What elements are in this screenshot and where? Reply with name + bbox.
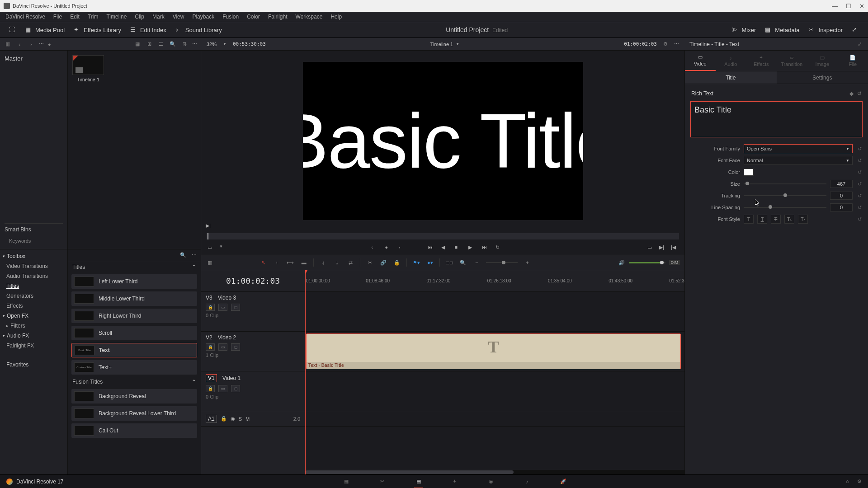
- cat-generators[interactable]: Generators: [0, 291, 67, 301]
- master-bin[interactable]: Master: [5, 53, 63, 64]
- loop-icon[interactable]: ↻: [495, 244, 503, 252]
- auto-select-icon[interactable]: ▭: [218, 304, 227, 311]
- marker-icon[interactable]: ●▾: [426, 258, 434, 267]
- color-page-icon[interactable]: ◉: [486, 478, 495, 486]
- flag-icon[interactable]: ⚑▾: [412, 258, 420, 267]
- openfx-header[interactable]: ▾Open FX: [0, 311, 67, 321]
- trim-tool-icon[interactable]: ⫞: [273, 258, 281, 267]
- reset-icon[interactable]: ↺: [856, 193, 863, 199]
- media-page-icon[interactable]: ▦: [342, 478, 351, 486]
- keyframe-icon[interactable]: ◆: [849, 90, 854, 97]
- chevron-down-icon[interactable]: ▼: [219, 244, 226, 252]
- track-lane-a1[interactable]: [305, 411, 684, 427]
- title-clip[interactable]: T Text - Basic Title: [306, 333, 681, 369]
- blade-tool-icon[interactable]: ▬: [300, 258, 308, 267]
- track-header-v2[interactable]: V2Video 2 🔒▭◻ 1 Clip: [201, 332, 305, 371]
- tab-audio[interactable]: ♪Audio: [716, 51, 746, 71]
- search-icon[interactable]: 🔍: [169, 40, 177, 48]
- snap-icon[interactable]: ⊏⊐: [445, 258, 453, 267]
- timeline-ruler[interactable]: 01:00:00:00 01:08:46:00 01:17:32:00 01:2…: [305, 270, 684, 292]
- reset-icon[interactable]: ↺: [856, 205, 863, 211]
- prev-edit-icon[interactable]: ‹: [372, 244, 379, 252]
- mini-scrubber[interactable]: [207, 233, 679, 239]
- zoom-in-icon[interactable]: +: [523, 258, 531, 267]
- track-header-v1[interactable]: V1Video 1 🔒▭◻ 0 Clip: [201, 371, 305, 411]
- viewer-zoom[interactable]: 32%: [207, 42, 217, 47]
- tab-transition[interactable]: ▱Transition: [777, 51, 807, 71]
- play-icon[interactable]: ▶: [468, 244, 476, 252]
- media-pool-button[interactable]: ▦Media Pool: [21, 24, 69, 35]
- tracking-slider[interactable]: [744, 195, 826, 196]
- subtab-title[interactable]: Title: [685, 71, 777, 84]
- inspector-button[interactable]: ✂Inspector: [804, 24, 847, 35]
- color-swatch[interactable]: [744, 169, 754, 176]
- font-family-dropdown[interactable]: Open Sans▼: [744, 144, 853, 153]
- fusion-callout[interactable]: Call Out: [71, 423, 197, 438]
- reset-icon[interactable]: ↺: [856, 158, 863, 164]
- timeline-name[interactable]: Timeline 1: [430, 42, 453, 47]
- speaker-icon[interactable]: 🔊: [618, 258, 626, 267]
- disable-icon[interactable]: ◻: [231, 304, 240, 311]
- reset-icon[interactable]: ↺: [856, 146, 863, 152]
- style-sub-button[interactable]: Tx: [798, 215, 808, 224]
- next-edit-icon[interactable]: ›: [399, 244, 406, 252]
- fx-options-icon[interactable]: ⋯: [192, 252, 197, 258]
- expand-button[interactable]: ⤢: [847, 24, 863, 35]
- rich-text-section[interactable]: Rich Text: [691, 90, 713, 97]
- timeline-scrollbar[interactable]: [305, 470, 684, 474]
- title-text-plus[interactable]: Custom TitleText+: [71, 360, 197, 375]
- style-super-button[interactable]: Tx: [784, 215, 794, 224]
- subtab-settings[interactable]: Settings: [777, 71, 868, 84]
- viewer-canvas[interactable]: Basic Title: [303, 62, 583, 220]
- menu-item[interactable]: Help: [327, 12, 345, 21]
- list-view-icon[interactable]: ☰: [157, 40, 165, 48]
- nav-back-icon[interactable]: ‹: [15, 40, 24, 48]
- menu-item[interactable]: Trim: [84, 12, 102, 21]
- settings-icon[interactable]: ⚙: [857, 479, 862, 484]
- insert-icon[interactable]: ⤵: [319, 258, 327, 267]
- lock-icon[interactable]: 🔒: [206, 304, 215, 311]
- track-lane-v1[interactable]: [305, 371, 684, 411]
- solo-button[interactable]: S: [239, 416, 242, 422]
- menu-item[interactable]: Fusion: [219, 12, 242, 21]
- favorites-header[interactable]: Favorites: [0, 360, 67, 370]
- dynamic-trim-icon[interactable]: ⟷: [286, 258, 294, 267]
- disable-icon[interactable]: ◻: [231, 343, 240, 351]
- close-button[interactable]: ✕: [859, 3, 864, 9]
- chevron-down-icon[interactable]: ▼: [456, 42, 459, 46]
- menu-item[interactable]: File: [50, 12, 66, 21]
- options-icon[interactable]: ⋯: [39, 41, 44, 47]
- menu-item[interactable]: Color: [243, 12, 264, 21]
- timeline-timecode[interactable]: 01:00:02:03: [201, 270, 305, 292]
- tab-video[interactable]: ▭Video: [685, 51, 716, 71]
- menu-item[interactable]: Playback: [189, 12, 218, 21]
- cat-fairlightfx[interactable]: Fairlight FX: [0, 341, 67, 351]
- toolbox-header[interactable]: ▾Toolbox: [0, 251, 67, 261]
- mixer-button[interactable]: ⫸Mixer: [727, 24, 761, 35]
- maximize-button[interactable]: ☐: [846, 3, 851, 9]
- expand-inspector-icon[interactable]: ⤢: [855, 40, 863, 48]
- chevron-down-icon[interactable]: ▼: [223, 42, 226, 46]
- record-icon[interactable]: ●: [48, 42, 51, 47]
- font-face-dropdown[interactable]: Normal▼: [744, 156, 853, 165]
- search-icon[interactable]: 🔍: [179, 251, 187, 259]
- next-clip-icon[interactable]: ▶|: [659, 244, 666, 252]
- fusion-bg-reveal-lt[interactable]: Background Reveal Lower Third: [71, 406, 197, 421]
- title-scroll[interactable]: Scroll: [71, 326, 197, 340]
- menu-item[interactable]: Workspace: [292, 12, 326, 21]
- audiofx-header[interactable]: ▾Audio FX: [0, 331, 67, 341]
- reset-icon[interactable]: ↺: [857, 90, 862, 97]
- fairlight-page-icon[interactable]: ♪: [523, 478, 532, 486]
- track-lane-v3[interactable]: [305, 292, 684, 332]
- disable-icon[interactable]: ◻: [231, 385, 240, 392]
- tab-image[interactable]: ▢Image: [807, 51, 838, 71]
- lock-icon[interactable]: 🔒: [221, 416, 227, 422]
- tracking-value[interactable]: 0: [830, 192, 853, 200]
- metadata-button[interactable]: ▤Metadata: [760, 24, 804, 35]
- size-slider[interactable]: [744, 183, 826, 184]
- link-icon[interactable]: 🔗: [379, 258, 387, 267]
- menu-item[interactable]: Fairlight: [264, 12, 291, 21]
- home-icon[interactable]: ⌂: [846, 479, 849, 484]
- step-back-icon[interactable]: ◀: [441, 244, 448, 252]
- mute-button[interactable]: M: [245, 416, 250, 422]
